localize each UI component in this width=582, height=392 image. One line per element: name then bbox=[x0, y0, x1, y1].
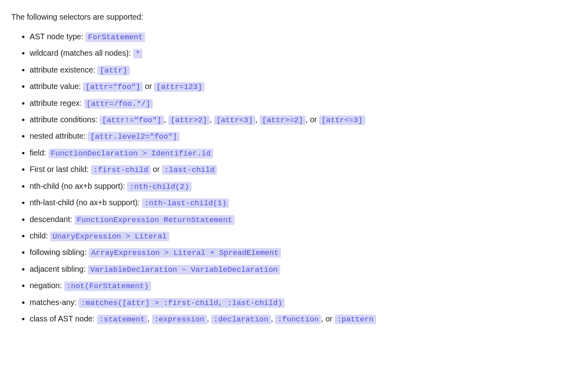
separator-text: , bbox=[207, 314, 211, 323]
list-item: First or last child: :first-child or :la… bbox=[30, 162, 571, 178]
item-label: attribute conditions: bbox=[30, 115, 100, 124]
selector-code: [attr="foo"] bbox=[83, 82, 143, 92]
separator-text: , or bbox=[305, 115, 319, 124]
list-item: adjacent sibling: VariableDeclaration ~ … bbox=[30, 261, 571, 277]
list-item: matches-any: :matches([attr] > :first-ch… bbox=[30, 294, 571, 311]
list-item: wildcard (matches all nodes): * bbox=[30, 45, 571, 62]
item-label: nth-last-child (no ax+b support): bbox=[30, 198, 142, 207]
selector-code: * bbox=[133, 49, 142, 59]
list-item: nth-child (no ax+b support): :nth-child(… bbox=[30, 178, 571, 194]
selector-code: [attr<=3] bbox=[319, 115, 365, 125]
selector-code: :first-child bbox=[91, 165, 151, 175]
list-item: following sibling: ArrayExpression > Lit… bbox=[30, 244, 571, 261]
list-item: nested attribute: [attr.level2="foo"] bbox=[30, 128, 571, 145]
separator-text: or bbox=[143, 82, 154, 91]
selector-code: :pattern bbox=[335, 315, 376, 324]
separator-text: , bbox=[210, 115, 214, 124]
item-label: nth-child (no ax+b support): bbox=[30, 182, 127, 190]
list-item: negation: :not(ForStatement) bbox=[30, 278, 571, 294]
selector-code: [attr=123] bbox=[154, 82, 204, 92]
selector-code: UnaryExpression > Literal bbox=[50, 232, 169, 241]
item-label: AST node type: bbox=[30, 32, 85, 41]
item-label: descendant: bbox=[30, 215, 75, 224]
separator-text: , bbox=[164, 115, 168, 124]
list-item: field: FunctionDeclaration > Identifier.… bbox=[30, 145, 571, 161]
selector-code: [attr.level2="foo"] bbox=[88, 132, 180, 141]
item-label: attribute existence: bbox=[30, 65, 97, 74]
item-label: class of AST node: bbox=[30, 314, 97, 323]
selector-code: :last-child bbox=[162, 165, 217, 175]
list-item: nth-last-child (no ax+b support): :nth-l… bbox=[30, 195, 571, 211]
item-label: wildcard (matches all nodes): bbox=[30, 48, 133, 57]
item-label: attribute regex: bbox=[30, 99, 84, 107]
selector-code: ForStatement bbox=[85, 32, 145, 42]
selector-list: AST node type: ForStatementwildcard (mat… bbox=[11, 28, 571, 327]
selector-code: :expression bbox=[152, 315, 207, 324]
selector-code: :not(ForStatement) bbox=[64, 281, 151, 291]
item-label: First or last child: bbox=[30, 165, 91, 174]
selector-code: FunctionDeclaration > Identifier.id bbox=[48, 149, 213, 158]
list-item: AST node type: ForStatement bbox=[30, 28, 571, 45]
item-label: field: bbox=[30, 148, 48, 157]
selector-code: ArrayExpression > Literal + SpreadElemen… bbox=[89, 248, 281, 258]
selector-code: [attr>=2] bbox=[260, 115, 306, 125]
selector-code: [attr>2] bbox=[168, 115, 210, 125]
list-item: attribute existence: [attr] bbox=[30, 62, 571, 78]
selector-code: :statement bbox=[97, 315, 148, 324]
separator-text: , or bbox=[321, 314, 335, 323]
separator-text: , bbox=[271, 314, 275, 323]
list-item: child: UnaryExpression > Literal bbox=[30, 228, 571, 244]
selector-code: :nth-child(2) bbox=[127, 182, 191, 192]
intro-text: The following selectors are supported: bbox=[11, 11, 571, 23]
list-item: descendant: FunctionExpression ReturnSta… bbox=[30, 211, 571, 228]
selector-code: :function bbox=[275, 315, 321, 324]
selector-code: :matches([attr] > :first-child, :last-ch… bbox=[79, 298, 285, 308]
selector-code: :nth-last-child(1) bbox=[142, 198, 229, 208]
selector-code: VariableDeclaration ~ VariableDeclaratio… bbox=[88, 265, 280, 275]
selector-code: [attr!="foo"] bbox=[100, 115, 164, 125]
list-item: attribute regex: [attr=/foo.*/] bbox=[30, 95, 571, 111]
item-label: following sibling: bbox=[30, 248, 89, 257]
separator-text: , bbox=[148, 314, 152, 323]
separator-text: or bbox=[151, 165, 162, 174]
selector-code: FunctionExpression ReturnStatement bbox=[75, 215, 235, 225]
selector-code: [attr=/foo.*/] bbox=[84, 99, 153, 109]
item-label: nested attribute: bbox=[30, 131, 88, 140]
list-item: class of AST node: :statement, :expressi… bbox=[30, 311, 571, 327]
list-item: attribute value: [attr="foo"] or [attr=1… bbox=[30, 79, 571, 95]
selector-code: :declaration bbox=[211, 315, 271, 324]
item-label: adjacent sibling: bbox=[30, 265, 88, 273]
selector-code: [attr<3] bbox=[214, 115, 255, 125]
selector-code: [attr] bbox=[97, 66, 129, 75]
item-label: negation: bbox=[30, 281, 64, 290]
item-label: child: bbox=[30, 231, 50, 240]
list-item: attribute conditions: [attr!="foo"], [at… bbox=[30, 111, 571, 128]
item-label: matches-any: bbox=[30, 298, 79, 307]
separator-text: , bbox=[255, 115, 260, 124]
item-label: attribute value: bbox=[30, 82, 83, 91]
